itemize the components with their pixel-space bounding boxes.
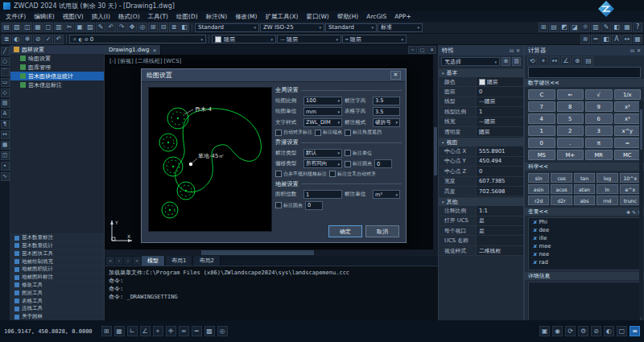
table-style-icon[interactable]: ▦ — [633, 35, 642, 44]
document-tab[interactable]: Drawing1.dwg ✕ — [105, 45, 161, 55]
paste-to-commandline-icon[interactable]: ▤ — [584, 56, 593, 66]
menu-item[interactable]: 格式(O) — [114, 11, 144, 22]
calc-key[interactable]: 0 — [528, 138, 555, 148]
grid-icon[interactable]: ▦ — [114, 326, 125, 336]
ground-dot-checkbox[interactable]: 标注圆点 — [275, 202, 303, 209]
property-value[interactable]: 是 — [476, 226, 523, 235]
shrub-dot-input[interactable]: 0 — [374, 159, 392, 168]
calc-key[interactable]: 6 — [585, 113, 613, 124]
layout-tab[interactable]: 布局1 — [166, 256, 192, 266]
polar-icon[interactable]: ∠ — [140, 326, 151, 336]
property-value[interactable] — [476, 236, 523, 245]
cross-align-checkbox[interactable]: 标注交叉自动对齐 — [329, 171, 376, 178]
menu-item[interactable]: APP+ — [390, 11, 415, 22]
undo-icon[interactable]: ↶ — [106, 23, 116, 32]
calc-key[interactable]: MR — [585, 150, 613, 160]
paste-icon[interactable]: ▨ — [85, 23, 95, 32]
science-key[interactable]: abs — [574, 196, 595, 205]
menu-item[interactable]: 绘图(D) — [172, 11, 202, 22]
rectangle-icon[interactable]: ▭ — [1, 78, 10, 87]
menu-item[interactable]: 插入(I) — [88, 11, 114, 22]
property-value[interactable]: 1:1 — [476, 206, 523, 215]
get-coordinates-icon[interactable]: ⌖ — [539, 56, 548, 66]
panel-close-icon[interactable]: ✕ — [637, 47, 641, 53]
layer-freeze-icon[interactable]: ❄ — [23, 35, 32, 44]
panel-close-icon[interactable]: ✕ — [516, 47, 520, 53]
variables-section-header[interactable]: 变量<< ✚✎✕ — [525, 208, 644, 216]
menu-item[interactable]: 工具(T) — [144, 11, 172, 22]
property-value[interactable]: 702.5698 — [476, 187, 523, 196]
save-icon[interactable]: ◫ — [23, 23, 32, 32]
ok-button[interactable]: 确定 — [328, 225, 362, 237]
open-file-icon[interactable]: ▧ — [12, 23, 22, 32]
property-value[interactable]: 随层 — [476, 97, 523, 106]
table-style-combo[interactable]: Standard — [325, 23, 377, 32]
draw-scale-combo[interactable]: 100 — [303, 97, 342, 105]
palette-tree-item[interactable]: 苗木信息标注 — [10, 80, 104, 89]
dynamic-input-icon[interactable]: ≡ — [179, 326, 189, 336]
transparency-icon[interactable]: ▩ — [204, 326, 215, 336]
render-icon[interactable]: ◩ — [559, 23, 569, 32]
child-minimize-icon[interactable]: ─ — [408, 46, 417, 54]
calc-key[interactable]: 5 — [557, 113, 584, 124]
property-value[interactable]: 二维线框 — [476, 246, 523, 255]
lock-ui-icon[interactable]: ⊘ — [591, 326, 601, 336]
distance-icon[interactable]: ↔ — [550, 56, 559, 66]
dialog-title-bar[interactable]: 绘图设置 ✕ — [142, 69, 406, 82]
snap-icon[interactable]: ⊞ — [101, 326, 112, 336]
calc-key[interactable]: 2 — [557, 126, 584, 136]
variable-item[interactable]: x mee — [529, 242, 640, 250]
label-unit-checkbox[interactable]: 标注单位 — [345, 150, 372, 157]
point-icon[interactable]: ∙ — [1, 162, 10, 171]
calc-key[interactable]: . — [557, 138, 584, 148]
canvas-horizontal-scrollbar[interactable] — [105, 249, 438, 256]
table-icon[interactable]: ▦ — [1, 141, 10, 150]
palette-group-item[interactable]: 地被面积统计 — [10, 265, 104, 273]
palette-group-item[interactable]: 关于园林 — [10, 312, 104, 320]
section-header-general[interactable]: ▾ 基本 — [439, 68, 523, 77]
science-key[interactable]: cos — [551, 173, 572, 183]
scrollbar-thumb[interactable] — [640, 109, 642, 150]
annotation-autoscale-icon[interactable]: ⟳ — [565, 326, 576, 336]
draw-unit-combo[interactable]: mm — [303, 107, 342, 116]
variable-item[interactable]: x nee — [529, 250, 640, 258]
model-space-icon[interactable]: ▣ — [539, 326, 550, 336]
calc-key[interactable]: 7 — [528, 101, 555, 112]
calc-key[interactable]: = — [614, 138, 642, 148]
selection-combo[interactable]: 无选择 — [441, 57, 500, 66]
text-icon[interactable]: A — [1, 109, 10, 118]
area-digits-input[interactable]: 1 — [303, 190, 342, 199]
property-value[interactable]: 555.8901 — [476, 146, 523, 155]
toggle-pickadd-icon[interactable]: ⊕ — [502, 57, 510, 66]
scrollbar-thumb[interactable] — [434, 127, 437, 175]
calc-key[interactable]: √ — [585, 89, 613, 100]
help-icon[interactable]: ? — [633, 23, 642, 32]
zoom-realtime-icon[interactable]: ◎ — [138, 23, 147, 32]
property-value[interactable]: 450.494 — [476, 157, 523, 166]
lights-icon[interactable]: ☼ — [580, 23, 590, 32]
calc-key[interactable]: 8 — [557, 101, 584, 112]
endpoint-checkbox[interactable]: 标注端点 — [315, 129, 342, 136]
calculator-scrollbar[interactable] — [639, 101, 643, 317]
markup-icon[interactable]: ✎ — [601, 23, 611, 32]
cancel-button[interactable]: 取消 — [365, 225, 399, 237]
viewports-icon[interactable]: ⊞ — [539, 23, 548, 32]
text-style-combo[interactable]: Standard — [195, 23, 259, 32]
quick-select-icon[interactable]: ▥ — [512, 57, 521, 66]
science-key[interactable]: 10^x — [620, 173, 641, 183]
lineweight-display-icon[interactable]: ━ — [192, 326, 202, 336]
palette-tree-item[interactable]: 园林设置 — [10, 45, 104, 54]
viewport-label[interactable]: [-] [俯视] [二维线框] [WCS] — [109, 57, 181, 65]
menu-item[interactable]: 编辑(E) — [30, 11, 59, 22]
annotation-visibility-icon[interactable]: ◉ — [552, 326, 563, 336]
auto-align-checkbox[interactable]: 自动对齐标注 — [275, 129, 312, 136]
ground-dot-input[interactable]: 0 — [305, 201, 323, 210]
menu-item[interactable]: 扩展工具(X) — [261, 11, 302, 22]
zoom-previous-icon[interactable]: ⊟ — [159, 23, 168, 32]
angle-mask-checkbox[interactable]: 标注角度遮挡 — [345, 129, 382, 136]
clear-history-icon[interactable]: ⟲ — [527, 56, 537, 66]
property-value[interactable]: 1 — [476, 107, 523, 116]
new-file-icon[interactable]: ▤ — [2, 23, 11, 32]
layout-nav-icon[interactable]: › — [124, 257, 132, 265]
scrollbar-thumb[interactable] — [201, 250, 314, 255]
